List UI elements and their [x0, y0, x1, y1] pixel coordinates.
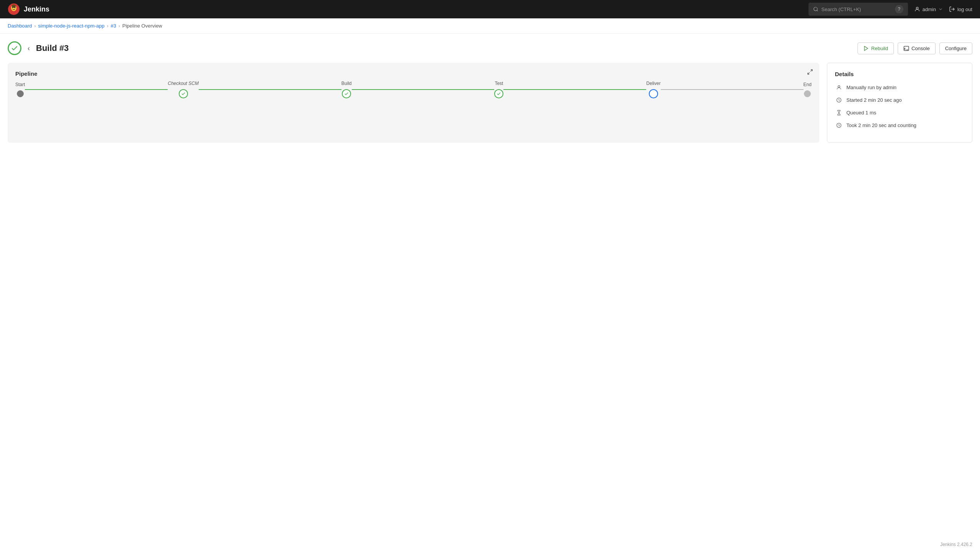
search-input[interactable]: [822, 7, 892, 12]
details-title: Details: [835, 71, 964, 77]
detail-run-by-text: Manually run by admin: [846, 84, 897, 91]
stage-deliver-circle: [649, 89, 658, 98]
svg-marker-10: [864, 46, 868, 50]
top-navigation: Jenkins ? admin log out: [0, 0, 980, 18]
detail-row-run-by: Manually run by admin: [835, 84, 964, 91]
svg-point-8: [916, 7, 918, 9]
stage-end: End: [804, 82, 812, 97]
breadcrumb-sep-1: ›: [34, 23, 36, 29]
clock-start-icon: [835, 97, 843, 104]
stage-test[interactable]: Test: [494, 81, 503, 98]
svg-point-5: [12, 5, 15, 7]
connector-2: [199, 89, 341, 90]
detail-took-text: Took 2 min 20 sec and counting: [846, 122, 916, 129]
detail-row-took: Took 2 min 20 sec and counting: [835, 122, 964, 129]
hourglass-icon: [835, 110, 843, 117]
connector-4: [503, 89, 646, 90]
expand-icon: [807, 69, 813, 75]
detail-row-started: Started 2 min 20 sec ago: [835, 97, 964, 104]
console-button[interactable]: Console: [898, 42, 936, 54]
header-right: ? admin log out: [808, 3, 972, 16]
rebuild-icon: [863, 46, 869, 51]
stage-build-circle: [342, 89, 351, 98]
connector-3: [352, 89, 495, 90]
pipeline-stages-row: Start Checkout SCM Build: [15, 77, 812, 110]
build-status-icon: [8, 41, 21, 55]
connector-1: [25, 89, 168, 90]
build-title: Build #3: [36, 43, 69, 53]
build-title-row: ‹ Build #3: [8, 41, 69, 55]
stage-end-label: End: [804, 82, 812, 87]
svg-line-7: [817, 10, 818, 11]
search-help-button[interactable]: ?: [895, 5, 903, 13]
stage-deliver[interactable]: Deliver: [646, 81, 660, 98]
clock-took-icon: [835, 122, 843, 129]
configure-label: Configure: [945, 46, 967, 51]
stage-end-circle: [804, 90, 811, 97]
stage-test-circle: [494, 89, 503, 98]
pipeline-panel: Pipeline Start Checkout SCM: [8, 63, 819, 143]
svg-point-15: [838, 86, 840, 88]
admin-icon: [914, 6, 920, 12]
search-icon: [813, 7, 818, 12]
detail-row-queued: Queued 1 ms: [835, 109, 964, 117]
breadcrumb: Dashboard › simple-node-js-react-npm-app…: [0, 18, 980, 34]
breadcrumb-current: Pipeline Overview: [122, 23, 162, 29]
details-panel: Details Manually run by admin Started 2 …: [827, 63, 972, 143]
breadcrumb-build-number[interactable]: #3: [111, 23, 116, 29]
stage-checkout-label: Checkout SCM: [168, 81, 199, 86]
breadcrumb-sep-3: ›: [118, 23, 120, 29]
svg-line-13: [810, 70, 812, 72]
stage-test-label: Test: [495, 81, 503, 86]
admin-label: admin: [923, 7, 936, 12]
jenkins-logo: [8, 3, 20, 15]
action-buttons: Rebuild Console Configure: [858, 42, 972, 54]
header-left: Jenkins: [8, 3, 49, 15]
main-content: ‹ Build #3 Rebuild Console Configure: [0, 34, 980, 150]
breadcrumb-sep-2: ›: [107, 23, 108, 29]
jenkins-title: Jenkins: [24, 5, 49, 13]
logout-button[interactable]: log out: [949, 6, 972, 12]
console-icon: [903, 46, 909, 51]
breadcrumb-project[interactable]: simple-node-js-react-npm-app: [38, 23, 105, 29]
rebuild-button[interactable]: Rebuild: [858, 42, 894, 54]
stage-checkout[interactable]: Checkout SCM: [168, 81, 199, 98]
detail-queued-text: Queued 1 ms: [846, 109, 876, 116]
stage-deliver-label: Deliver: [646, 81, 660, 86]
admin-menu-button[interactable]: admin: [914, 6, 943, 12]
logout-icon: [949, 6, 955, 12]
svg-line-14: [808, 72, 810, 74]
expand-pipeline-button[interactable]: [807, 69, 813, 77]
stage-build[interactable]: Build: [341, 81, 352, 98]
console-label: Console: [911, 46, 930, 51]
detail-started-text: Started 2 min 20 sec ago: [846, 97, 902, 104]
configure-button[interactable]: Configure: [939, 42, 972, 54]
pipeline-title: Pipeline: [15, 70, 38, 77]
connector-5: [661, 89, 804, 90]
person-icon: [835, 85, 843, 91]
back-button[interactable]: ‹: [25, 44, 32, 53]
stage-build-label: Build: [341, 81, 352, 86]
rebuild-label: Rebuild: [871, 46, 888, 51]
build-header: ‹ Build #3 Rebuild Console Configure: [8, 41, 972, 55]
content-columns: Pipeline Start Checkout SCM: [8, 63, 972, 143]
stage-start-label: Start: [15, 82, 25, 87]
logout-label: log out: [957, 7, 972, 12]
chevron-down-icon: [938, 7, 943, 11]
svg-point-6: [813, 7, 817, 11]
search-bar[interactable]: ?: [808, 3, 908, 16]
stage-start: Start: [15, 82, 25, 97]
stage-checkout-circle: [179, 89, 188, 98]
stage-start-circle: [17, 90, 24, 97]
breadcrumb-dashboard[interactable]: Dashboard: [8, 23, 32, 29]
